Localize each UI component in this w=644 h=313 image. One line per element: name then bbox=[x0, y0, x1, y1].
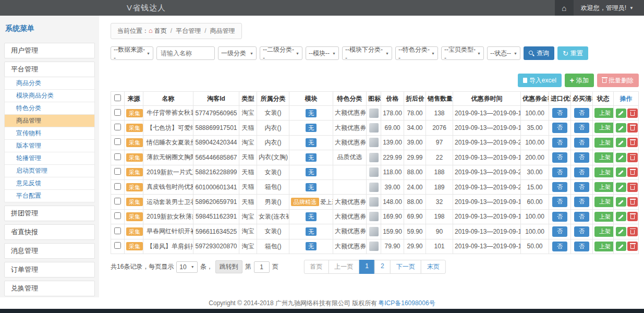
status-button[interactable]: 上架 bbox=[594, 167, 614, 177]
feature-category-select[interactable]: --特色分类--▼ bbox=[395, 46, 438, 60]
search-button[interactable]: 查询 bbox=[524, 46, 554, 60]
delete-button[interactable] bbox=[627, 167, 638, 177]
edit-button[interactable] bbox=[616, 109, 626, 118]
user-menu[interactable]: 欢迎您，管理员! ▼ bbox=[574, 0, 644, 16]
must-buy-toggle[interactable]: 否 bbox=[574, 226, 589, 236]
status-button[interactable]: 上架 bbox=[594, 226, 614, 236]
name-search-input[interactable] bbox=[156, 46, 215, 60]
must-buy-toggle[interactable]: 否 bbox=[574, 167, 589, 177]
must-buy-toggle[interactable]: 否 bbox=[574, 138, 589, 148]
row-checkbox[interactable] bbox=[114, 198, 121, 204]
row-checkbox[interactable] bbox=[114, 138, 121, 145]
delete-button[interactable] bbox=[627, 109, 638, 118]
sidebar-item[interactable]: 启动页管理 bbox=[4, 165, 95, 177]
sidebar-group[interactable]: 省直快报 bbox=[4, 224, 95, 240]
delete-button[interactable] bbox=[627, 212, 638, 221]
import-select-toggle[interactable]: 否 bbox=[552, 152, 567, 162]
row-checkbox[interactable] bbox=[114, 153, 121, 160]
breadcrumb-home-link[interactable]: ⌂首页 bbox=[149, 27, 167, 34]
batch-delete-button[interactable]: 批量删除 bbox=[597, 74, 639, 87]
sidebar-group[interactable]: 用户管理 bbox=[4, 43, 95, 58]
delete-button[interactable] bbox=[627, 197, 638, 207]
row-checkbox[interactable] bbox=[114, 124, 121, 130]
page-button[interactable]: 1 bbox=[359, 260, 375, 274]
import-select-toggle[interactable]: 否 bbox=[552, 108, 567, 118]
sidebar-group[interactable]: 兑换管理 bbox=[4, 281, 95, 296]
sidebar-group[interactable]: 平台管理 bbox=[4, 62, 95, 77]
must-buy-toggle[interactable]: 否 bbox=[574, 197, 589, 207]
import-select-toggle[interactable]: 否 bbox=[552, 242, 567, 251]
jump-button[interactable]: 跳转到 bbox=[215, 260, 242, 273]
home-button[interactable]: ⌂ bbox=[555, 0, 574, 16]
sidebar-item[interactable]: 意见反馈 bbox=[4, 177, 95, 190]
row-checkbox[interactable] bbox=[114, 212, 121, 219]
edit-button[interactable] bbox=[616, 227, 626, 236]
module-select[interactable]: --模块--▼ bbox=[306, 46, 339, 60]
must-buy-toggle[interactable]: 否 bbox=[574, 182, 589, 192]
breadcrumb-item[interactable]: 平台管理 bbox=[176, 27, 201, 34]
status-button[interactable]: 上架 bbox=[594, 123, 614, 133]
import-select-toggle[interactable]: 否 bbox=[552, 123, 567, 133]
item-type-select[interactable]: --宝贝类型--▼ bbox=[441, 46, 484, 60]
edit-button[interactable] bbox=[616, 167, 626, 177]
sidebar-item[interactable]: 宣传物料 bbox=[4, 127, 95, 140]
edit-button[interactable] bbox=[616, 183, 626, 192]
edit-button[interactable] bbox=[616, 212, 626, 221]
sidebar-item[interactable]: 特色分类 bbox=[4, 102, 95, 115]
must-buy-toggle[interactable]: 否 bbox=[574, 108, 589, 118]
import-select-toggle[interactable]: 否 bbox=[552, 197, 567, 207]
sidebar-item[interactable]: 商品管理 bbox=[4, 115, 95, 127]
edit-button[interactable] bbox=[616, 197, 626, 207]
status-button[interactable]: 上架 bbox=[594, 182, 614, 192]
delete-button[interactable] bbox=[627, 227, 638, 236]
status-button[interactable]: 上架 bbox=[594, 108, 614, 118]
row-checkbox[interactable] bbox=[114, 227, 121, 234]
page-size-select[interactable]: 10▼ bbox=[176, 261, 197, 273]
sidebar-item[interactable]: 轮播管理 bbox=[4, 152, 95, 165]
delete-button[interactable] bbox=[627, 183, 638, 192]
breadcrumb-item[interactable]: 商品管理 bbox=[210, 27, 235, 34]
page-button[interactable]: 上一页 bbox=[328, 260, 359, 274]
icp-link[interactable]: 粤ICP备16098006号 bbox=[378, 299, 435, 308]
edit-button[interactable] bbox=[616, 123, 626, 133]
status-button[interactable]: 上架 bbox=[594, 138, 614, 148]
row-checkbox[interactable] bbox=[114, 168, 121, 175]
page-button[interactable]: 末页 bbox=[421, 260, 446, 274]
delete-button[interactable] bbox=[627, 123, 638, 133]
status-button[interactable]: 上架 bbox=[594, 242, 614, 251]
import-select-toggle[interactable]: 否 bbox=[552, 138, 567, 148]
edit-button[interactable] bbox=[616, 242, 626, 251]
import-excel-button[interactable]: 导入excel bbox=[518, 74, 562, 87]
page-button[interactable]: 2 bbox=[374, 260, 391, 274]
status-select[interactable]: --状态--▼ bbox=[487, 46, 520, 60]
row-checkbox[interactable] bbox=[114, 242, 121, 249]
import-select-toggle[interactable]: 否 bbox=[552, 167, 567, 177]
sidebar-group[interactable]: 拼团管理 bbox=[4, 206, 95, 221]
must-buy-toggle[interactable]: 否 bbox=[574, 212, 589, 222]
row-checkbox[interactable] bbox=[114, 109, 121, 116]
add-button[interactable]: +添加 bbox=[565, 74, 594, 87]
jump-page-input[interactable] bbox=[254, 261, 270, 273]
sidebar-item[interactable]: 版本管理 bbox=[4, 140, 95, 152]
sidebar-group[interactable]: 订单管理 bbox=[4, 262, 95, 278]
edit-button[interactable] bbox=[616, 153, 626, 162]
delete-button[interactable] bbox=[627, 138, 638, 147]
delete-button[interactable] bbox=[627, 153, 638, 162]
import-select-toggle[interactable]: 否 bbox=[552, 226, 567, 236]
reset-button[interactable]: ↻重置 bbox=[557, 46, 588, 60]
status-button[interactable]: 上架 bbox=[594, 212, 614, 222]
must-buy-toggle[interactable]: 否 bbox=[574, 152, 589, 162]
row-checkbox[interactable] bbox=[114, 183, 121, 190]
data-source-select[interactable]: --数据来源--▼ bbox=[111, 46, 153, 60]
page-button[interactable]: 下一页 bbox=[390, 260, 421, 274]
module-subcategory-select[interactable]: --模块下分类--▼ bbox=[342, 46, 392, 60]
sidebar-item[interactable]: 商品分类 bbox=[4, 77, 95, 90]
delete-button[interactable] bbox=[627, 242, 638, 251]
level1-category-select[interactable]: 一级分类▼ bbox=[218, 46, 257, 60]
level2-category-select[interactable]: --二级分类--▼ bbox=[260, 46, 302, 60]
status-button[interactable]: 上架 bbox=[594, 152, 614, 162]
page-button[interactable]: 首页 bbox=[303, 260, 329, 274]
import-select-toggle[interactable]: 否 bbox=[552, 182, 567, 192]
must-buy-toggle[interactable]: 否 bbox=[574, 242, 589, 251]
sidebar-group[interactable]: 消息管理 bbox=[4, 243, 95, 259]
